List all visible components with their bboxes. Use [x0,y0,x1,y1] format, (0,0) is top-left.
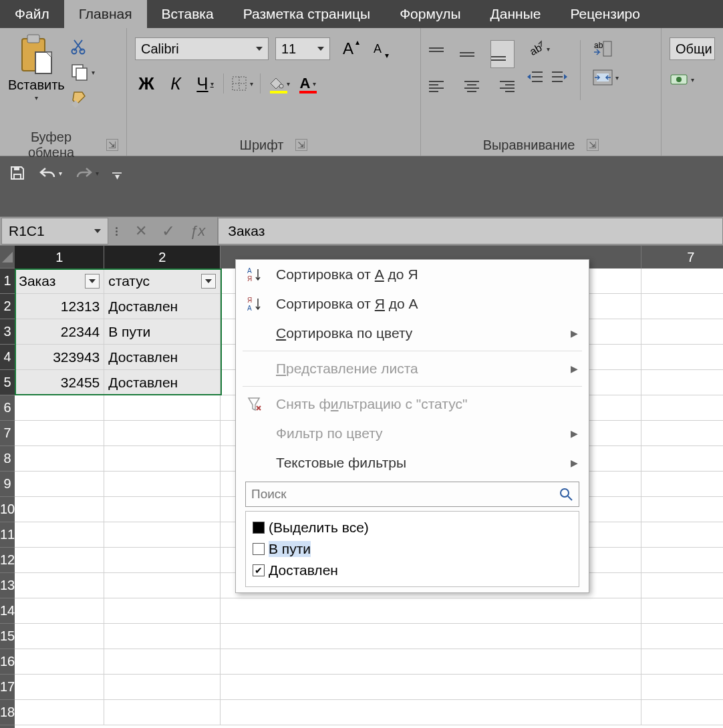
italic-button[interactable]: К [164,72,187,95]
cell[interactable] [15,395,104,421]
paste-dropdown[interactable]: ▾ [35,94,38,102]
paste-label[interactable]: Вставить [8,77,65,93]
paste-icon[interactable] [18,33,54,76]
row-header-2[interactable]: 2 [0,294,15,319]
align-center-button[interactable] [460,72,484,100]
cell[interactable] [641,573,723,598]
row-header-7[interactable]: 7 [0,421,15,446]
cell[interactable] [104,598,221,624]
tab-formulas[interactable]: Формулы [385,0,475,28]
row-header-17[interactable]: 17 [0,675,15,700]
name-box[interactable]: R1C1 [1,218,108,244]
number-format-combo[interactable]: Общи [670,37,715,60]
cell[interactable] [555,624,641,649]
cell[interactable] [104,700,221,725]
col-header-7[interactable]: 7 [641,246,723,268]
tab-page-layout[interactable]: Разметка страницы [229,0,386,28]
tab-insert[interactable]: Вставка [147,0,229,28]
tab-home[interactable]: Главная [64,0,147,28]
cell[interactable] [104,446,221,472]
cell[interactable] [15,522,104,548]
cell[interactable] [641,395,723,421]
text-filters-item[interactable]: Текстовые фильтры ▶ [236,448,589,478]
tab-file[interactable]: Файл [0,0,64,28]
row-header-12[interactable]: 12 [0,548,15,573]
accept-formula-button[interactable]: ✓ [162,222,175,240]
align-top-button[interactable] [429,40,453,68]
cell[interactable] [104,675,221,700]
increase-indent-button[interactable] [551,69,568,84]
cell[interactable] [641,675,723,700]
customize-qat-button[interactable]: ▾ [112,164,120,182]
cell[interactable] [15,700,104,725]
font-dialog-launcher[interactable]: ⇲ [295,139,307,151]
cell[interactable] [555,700,641,725]
cell[interactable] [555,649,641,675]
cell[interactable] [641,522,723,548]
cell[interactable] [15,598,104,624]
cell[interactable] [15,624,104,649]
redo-button[interactable]: ▾ [76,166,99,180]
cell[interactable] [15,649,104,675]
cell[interactable] [641,700,723,725]
cell[interactable]: 32455 [15,370,104,395]
format-painter-button[interactable] [70,89,95,108]
row-header-13[interactable]: 13 [0,573,15,598]
cell[interactable] [641,598,723,624]
row-header-18[interactable]: 18 [0,700,15,725]
sort-desc-item[interactable]: ЯА Сортировка от Я до А [236,289,589,319]
row-header-10[interactable]: 10 [0,497,15,522]
cell[interactable] [641,370,723,395]
cell[interactable]: 12313 [15,294,104,319]
font-size-combo[interactable]: 11 [275,37,330,60]
align-bottom-button[interactable] [490,40,515,68]
decrease-indent-button[interactable] [527,69,544,84]
cell[interactable] [104,548,221,573]
cell[interactable] [555,675,641,700]
align-middle-button[interactable] [460,40,484,68]
filter-search-input[interactable] [251,487,559,502]
cell[interactable] [555,598,641,624]
row-header-1[interactable]: 1 [0,268,15,294]
merge-cells-button[interactable]: ▾ [593,69,619,85]
currency-button[interactable]: ▾ [670,72,694,87]
sort-asc-item[interactable]: АЯ Сортировка от А до Я [236,260,589,289]
row-header-14[interactable]: 14 [0,598,15,624]
underline-button[interactable]: Ч▾ [194,72,216,95]
cell[interactable]: В пути [104,319,221,345]
filter-check-select-all[interactable]: (Выделить все) [253,517,572,538]
sort-by-color-item[interactable]: Сортировка по цвету ▶ [236,319,589,348]
cell[interactable] [15,446,104,472]
cell[interactable] [15,675,104,700]
tab-review[interactable]: Рецензиро [555,0,655,28]
font-name-combo[interactable]: Calibri [135,37,269,60]
increase-font-button[interactable]: A▴ [337,37,359,60]
borders-button[interactable]: ▾ [231,72,253,95]
undo-button[interactable]: ▾ [39,166,62,180]
tab-data[interactable]: Данные [476,0,556,28]
row-header-16[interactable]: 16 [0,649,15,675]
formula-input[interactable]: Заказ [218,218,723,244]
cell[interactable]: Доставлен [104,370,221,395]
align-left-button[interactable] [429,72,453,100]
cell[interactable]: Доставлен [104,345,221,370]
cell[interactable] [641,345,723,370]
font-color-button[interactable]: А ▾ [297,72,319,95]
cell[interactable] [104,497,221,522]
cell[interactable] [104,395,221,421]
cell[interactable] [641,649,723,675]
align-right-button[interactable] [490,72,515,100]
fill-color-button[interactable]: ▾ [267,72,290,95]
cancel-formula-button[interactable]: ✕ [135,222,147,240]
cell-header-status[interactable]: статус [104,268,221,294]
cell[interactable] [641,294,723,319]
wrap-text-button[interactable]: ab [593,40,619,57]
filter-button-order[interactable] [85,274,100,289]
cut-button[interactable] [70,37,95,55]
col-header-2[interactable]: 2 [104,246,221,268]
cell[interactable] [641,446,723,472]
cell[interactable] [104,472,221,497]
copy-button[interactable]: ▾ [70,63,95,81]
cell[interactable] [641,548,723,573]
bold-button[interactable]: Ж [135,72,158,95]
